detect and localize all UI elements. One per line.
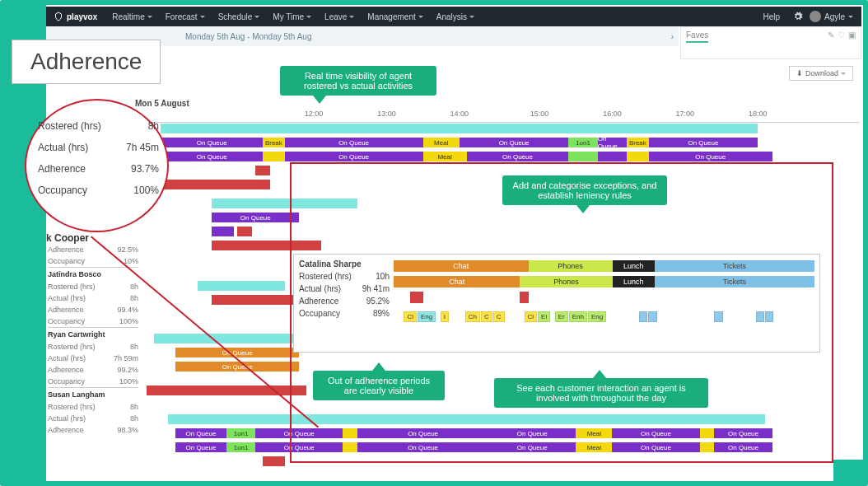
detail-actual-lane: Chat Phones Lunch Tickets [394, 276, 814, 289]
nav-realtime[interactable]: Realtime [105, 12, 158, 21]
detail-agent-name: Catalina Sharpe [299, 258, 390, 270]
download-button[interactable]: ⬇ Download [789, 66, 853, 81]
rostered-row: On Queue Break On Queue Meal On Queue 1o… [132, 137, 860, 149]
edit-icon[interactable]: ✎ [828, 30, 834, 40]
metrics-highlight: Rostered (hrs)8h Actual (hrs)7h 45m Adhe… [25, 99, 169, 232]
agent-name-cooper: k Cooper [46, 232, 89, 244]
help-link[interactable]: Help [756, 12, 786, 21]
detail-rostered-lane: Chat Phones Lunch Tickets [394, 260, 814, 273]
page-title: Adherence [12, 40, 161, 84]
actual-row: On Queue On Queue Meal On Queue On Queue [132, 151, 860, 163]
list-item: Rostered (hrs)8h [48, 281, 138, 292]
agent-header[interactable]: Jatindra Bosco [48, 267, 138, 281]
nav-schedule[interactable]: Schedule [212, 12, 267, 21]
nav-forecast[interactable]: Forecast [159, 12, 212, 21]
faves-panel: Faves ✎ ♡ ▣ [680, 26, 861, 59]
avatar [810, 11, 821, 22]
nav-leave[interactable]: Leave [318, 12, 361, 21]
chevron-right-icon[interactable]: › [671, 32, 674, 41]
nav-mytime[interactable]: My Time [266, 12, 318, 21]
nav-analysis[interactable]: Analysis [430, 12, 481, 21]
settings-gear-icon[interactable] [786, 12, 810, 21]
bookmark-icon[interactable]: ▣ [848, 30, 856, 40]
nav-management[interactable]: Management [361, 12, 429, 21]
agent-header[interactable]: Susan Langham [48, 387, 138, 401]
callout-exceptions: Add and categorise exceptions, and estab… [502, 175, 667, 205]
brand-logo: playvox [45, 12, 105, 21]
interaction-chips: ClEng I ChCC ClEl ErEnhEng [394, 307, 814, 319]
agent-detail-panel: Catalina Sharpe Rostered (hrs)10h Actual… [293, 254, 820, 353]
heart-icon[interactable]: ♡ [838, 30, 845, 40]
agent-header[interactable]: Ryan Cartwright [48, 327, 138, 341]
day-header: Mon 5 August [132, 97, 860, 110]
agent-list: Adherence92.5% Occupancy10% Jatindra Bos… [48, 244, 138, 436]
time-axis: 12:00 13:00 14:00 15:00 16:00 17:00 18:0… [132, 110, 860, 123]
callout-interactions: See each customer interaction an agent i… [494, 378, 708, 408]
callout-visibility: Real time visibility of agent rostered v… [280, 66, 436, 96]
faves-tab[interactable]: Faves [686, 30, 708, 43]
callout-outofadherence: Out of adherence periods are clearly vis… [313, 371, 445, 400]
user-menu[interactable]: Agyle [810, 11, 861, 22]
top-navbar: playvox Realtime Forecast Schedule My Ti… [45, 7, 861, 26]
